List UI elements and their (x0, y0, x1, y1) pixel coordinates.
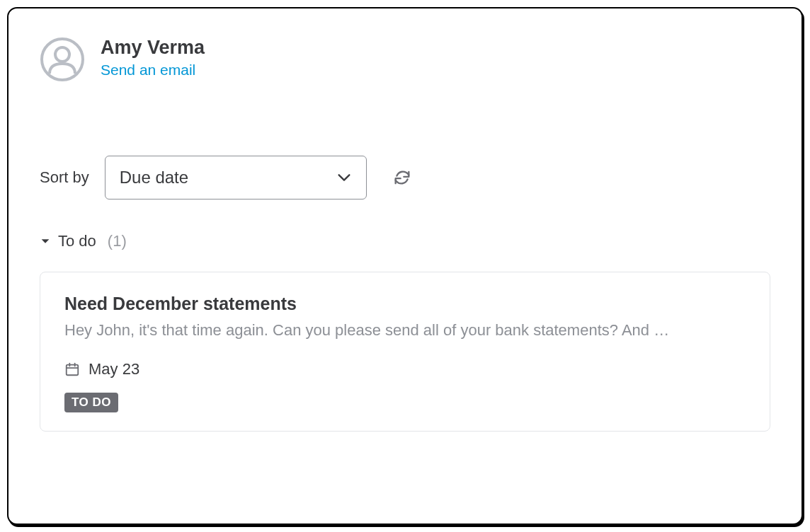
section-title: To do (58, 232, 96, 250)
svg-rect-2 (67, 364, 79, 375)
task-card[interactable]: Need December statements Hey John, it's … (40, 272, 770, 432)
sort-select-value: Due date (120, 168, 188, 187)
send-email-link[interactable]: Send an email (101, 62, 205, 79)
avatar (40, 37, 85, 82)
contact-name: Amy Verma (101, 37, 205, 59)
sort-row: Sort by Due date (40, 156, 770, 200)
task-date: May 23 (89, 360, 139, 378)
section-count: (1) (108, 232, 127, 250)
section-header-todo[interactable]: To do (1) (40, 232, 770, 250)
contact-header: Amy Verma Send an email (40, 37, 770, 82)
person-icon (40, 37, 85, 82)
svg-point-1 (55, 47, 69, 62)
contact-header-text: Amy Verma Send an email (101, 37, 205, 79)
refresh-icon[interactable] (392, 168, 412, 187)
chevron-down-icon (40, 236, 51, 247)
chevron-down-icon (336, 170, 352, 185)
status-badge: TO DO (64, 393, 118, 412)
task-body: Hey John, it's that time again. Can you … (64, 320, 746, 342)
calendar-icon (64, 362, 80, 377)
task-date-row: May 23 (64, 360, 746, 378)
svg-point-0 (42, 39, 83, 80)
sort-label: Sort by (40, 168, 89, 187)
sort-select[interactable]: Due date (105, 156, 367, 200)
contact-panel: Amy Verma Send an email Sort by Due date… (7, 7, 803, 525)
task-title: Need December statements (64, 294, 746, 314)
